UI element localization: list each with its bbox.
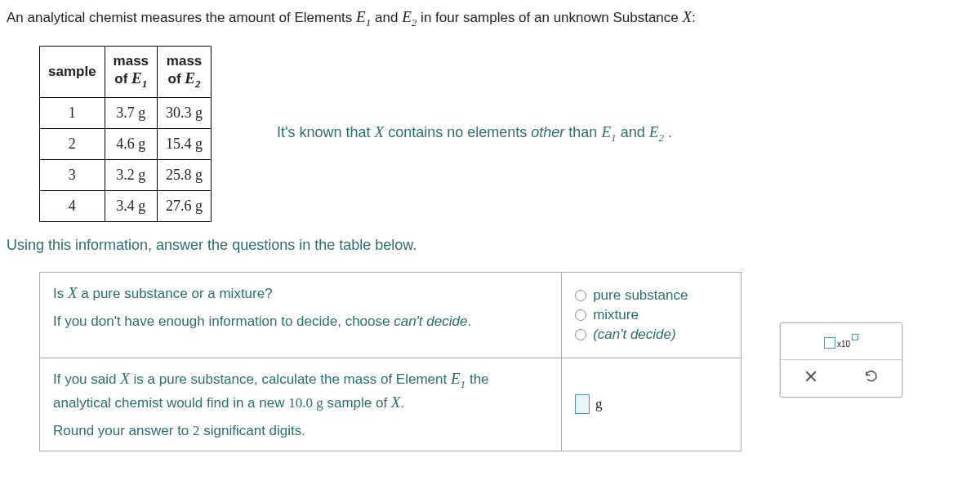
option-pure[interactable]: pure substance — [575, 287, 728, 304]
answer-1-options: pure substance mixture (can't decide) — [562, 272, 742, 358]
exponent-box-icon — [852, 334, 858, 340]
x10-label: x10 — [837, 340, 850, 349]
intro-text: An analytical chemist measures the amoun… — [7, 8, 972, 29]
question-1: Is X a pure substance or a mixture? If y… — [40, 272, 562, 358]
radio-icon — [575, 309, 586, 321]
option-mixture[interactable]: mixture — [575, 307, 728, 323]
helper-panel: x10 — [780, 322, 902, 398]
answer-table: Is X a pure substance or a mixture? If y… — [39, 272, 742, 452]
table-row: 33.2 g25.8 g — [40, 159, 212, 190]
table-row: 24.6 g15.4 g — [40, 128, 212, 159]
col-mass-e1: mass of E1 — [105, 46, 157, 97]
option-cant-decide[interactable]: (can't decide) — [575, 327, 728, 343]
known-statement: It's known that X contains no elements o… — [277, 123, 672, 144]
sci-notation-button[interactable]: x10 — [781, 323, 902, 360]
sample-data-table: sample mass of E1 mass of E2 13.7 g30.3 … — [39, 46, 212, 222]
question-2: If you said X is a pure substance, calcu… — [40, 358, 562, 451]
radio-icon — [575, 290, 586, 301]
unit-label: g — [595, 396, 603, 411]
table-row: 43.4 g27.6 g — [40, 190, 212, 221]
mantissa-box-icon — [824, 337, 835, 349]
col-sample: sample — [40, 46, 105, 97]
answer-2-input: g — [562, 358, 742, 451]
table-row: 13.7 g30.3 g — [40, 97, 212, 128]
instruction-text: Using this information, answer the quest… — [7, 237, 972, 254]
mass-input[interactable] — [575, 394, 590, 414]
col-mass-e2: mass of E2 — [158, 46, 212, 97]
radio-icon — [575, 329, 586, 340]
clear-button[interactable] — [804, 369, 818, 388]
reset-button[interactable] — [864, 369, 879, 388]
